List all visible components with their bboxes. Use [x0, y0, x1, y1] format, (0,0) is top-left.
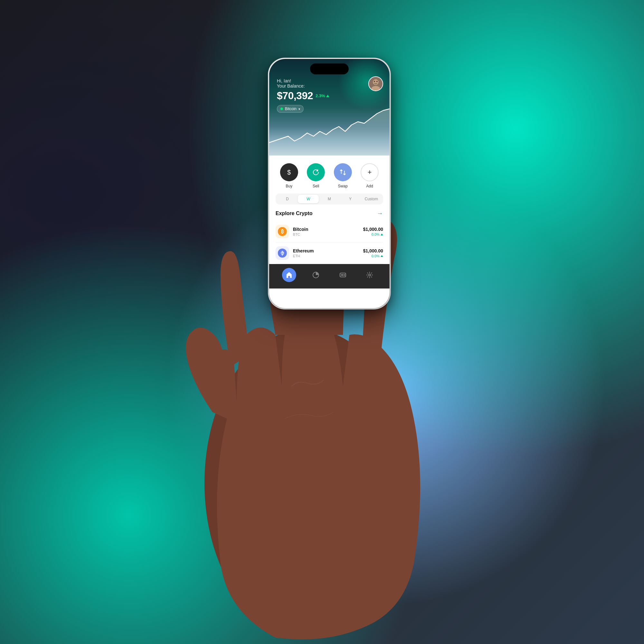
chevron-down-icon: ▾: [298, 107, 300, 111]
time-btn-m[interactable]: M: [319, 195, 340, 203]
buy-action[interactable]: $ Buy: [280, 163, 298, 188]
add-label: Add: [366, 184, 373, 188]
cards-icon: [339, 271, 346, 279]
bitcoin-up-icon: [381, 233, 383, 235]
swap-label: Swap: [338, 184, 348, 188]
dollar-icon: $: [287, 169, 291, 176]
ethereum-name: Ethereum: [293, 248, 359, 253]
explore-arrow-icon[interactable]: →: [377, 210, 383, 217]
nav-cards[interactable]: [336, 268, 350, 282]
sell-action[interactable]: Sell: [307, 163, 325, 188]
swap-action[interactable]: Swap: [334, 163, 352, 188]
dynamic-island: [310, 63, 349, 74]
plus-icon: +: [368, 168, 372, 176]
svg-point-2: [373, 79, 379, 85]
explore-header: Explore Crypto →: [276, 210, 383, 217]
svg-text:₿: ₿: [281, 229, 284, 234]
nav-settings[interactable]: [363, 268, 377, 282]
home-icon: [286, 271, 293, 279]
phone-device: Hi, Ian! Your Balance: $70,392 2.3%: [268, 58, 391, 309]
buy-label: Buy: [286, 184, 292, 188]
ethereum-up-icon: [381, 255, 383, 257]
action-buttons-row: $ Buy Sell: [276, 162, 383, 194]
crypto-item-bitcoin[interactable]: ₿ Bitcoin BTC $1,000.00 0.0%: [276, 221, 383, 242]
avatar[interactable]: [368, 76, 383, 91]
settings-icon: [366, 271, 373, 279]
svg-rect-15: [341, 274, 344, 276]
explore-title: Explore Crypto: [276, 211, 313, 216]
time-btn-w[interactable]: W: [298, 195, 319, 203]
ethereum-price: $1,000.00: [363, 248, 383, 253]
phone-content: $ Buy Sell: [269, 156, 390, 289]
refresh-icon: [312, 168, 320, 176]
crypto-filter-button[interactable]: Bitcoin ▾: [277, 105, 304, 113]
swap-button[interactable]: [334, 163, 352, 181]
bitcoin-icon: ₿: [276, 225, 289, 238]
bitcoin-change: 0.0%: [363, 232, 383, 236]
bitcoin-price: $1,000.00: [363, 227, 383, 232]
crypto-item-ethereum[interactable]: Ethereum ETH $1,000.00 0.0%: [276, 242, 383, 264]
sell-button[interactable]: [307, 163, 325, 181]
time-filter-bar: D W M Y Custom: [276, 194, 383, 204]
bitcoin-symbol: BTC: [293, 232, 359, 236]
balance-amount: $70,392: [277, 90, 313, 102]
time-btn-d[interactable]: D: [277, 195, 298, 203]
svg-rect-16: [344, 274, 345, 276]
add-action[interactable]: + Add: [361, 163, 379, 188]
nav-home[interactable]: [282, 268, 296, 282]
balance-change: 2.3%: [316, 93, 329, 98]
ethereum-symbol: ETH: [293, 254, 359, 258]
ethereum-icon: [276, 246, 289, 260]
balance-label: Your Balance:: [277, 83, 382, 89]
bottom-navigation: [269, 264, 390, 289]
greeting-text: Hi, Ian!: [277, 78, 382, 83]
sell-label: Sell: [313, 184, 319, 188]
add-button[interactable]: +: [361, 163, 379, 181]
up-arrow-icon: [326, 95, 329, 97]
svg-point-17: [369, 274, 371, 276]
buy-button[interactable]: $: [280, 163, 298, 181]
svg-point-4: [374, 81, 375, 82]
svg-point-5: [376, 81, 378, 82]
bitcoin-name: Bitcoin: [293, 227, 359, 232]
swap-icon: [339, 168, 347, 176]
time-btn-custom[interactable]: Custom: [361, 195, 382, 203]
chart-icon: [312, 271, 319, 279]
filter-dot: [280, 108, 283, 110]
time-btn-y[interactable]: Y: [340, 195, 361, 203]
nav-portfolio[interactable]: [309, 268, 323, 282]
crypto-list: ₿ Bitcoin BTC $1,000.00 0.0%: [276, 221, 383, 264]
crypto-filter-label: Bitcoin: [285, 107, 297, 111]
ethereum-change: 0.0%: [363, 254, 383, 258]
